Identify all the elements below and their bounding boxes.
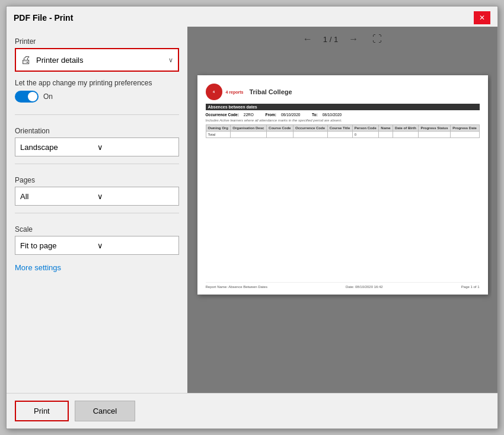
table-total-row: Total 0	[206, 132, 479, 138]
cancel-button[interactable]: Cancel	[75, 401, 135, 421]
preview-area: 4 4 reports Tribal College Absences betw…	[193, 52, 492, 387]
printer-chevron-icon: ∨	[168, 56, 173, 64]
preview-bottom-spacer	[193, 295, 492, 318]
printer-name-label: Printer details	[36, 56, 164, 65]
report-footer: Report Name: Absence Between Dates Date:…	[206, 282, 480, 289]
divider-2	[15, 164, 179, 164]
print-button[interactable]: Print	[15, 401, 69, 421]
printer-section-label: Printer	[15, 37, 179, 46]
orientation-label: Orientation	[15, 127, 179, 135]
pages-dropdown[interactable]: All ∨	[15, 187, 179, 206]
col-owning-org: Owning Org	[206, 125, 231, 132]
col-occurrence-code: Occurrence Code	[293, 125, 327, 132]
scale-value: Fit to page	[20, 241, 97, 250]
orientation-value: Landscape	[20, 143, 97, 152]
preview-toolbar: ← 1 / 1 → ⛶	[299, 33, 385, 46]
divider-1	[15, 114, 179, 115]
dialog-title: PDF File - Print	[14, 13, 73, 23]
bottom-bar: Print Cancel	[7, 393, 497, 428]
more-settings-link[interactable]: More settings	[15, 263, 179, 272]
col-course-title: Course Title	[327, 125, 352, 132]
divider-3	[15, 213, 179, 213]
footer-left: Report Name: Absence Between Dates	[206, 285, 267, 289]
to-label: To:	[312, 113, 318, 117]
report-occurrence-row: Occurrence Code: 22RO From: 06/10/2020 T…	[206, 111, 480, 118]
occurrence-value: 22RO	[244, 113, 254, 117]
col-dob: Date of Birth	[393, 125, 419, 132]
scale-chevron-icon: ∨	[97, 241, 174, 250]
printing-pref-toggle[interactable]	[15, 91, 39, 103]
prev-page-button[interactable]: ←	[299, 33, 316, 46]
total-label: Total	[206, 132, 231, 138]
pages-chevron-icon: ∨	[97, 192, 174, 201]
pages-value: All	[20, 192, 97, 201]
from-label: From:	[265, 113, 276, 117]
report-section-title: Absences between dates	[206, 104, 480, 110]
col-person-code: Person Code	[352, 125, 379, 132]
preview-top-spacer	[193, 52, 492, 75]
from-value: 06/10/2020	[281, 113, 301, 117]
scale-dropdown[interactable]: Fit to page ∨	[15, 236, 179, 255]
pref-label: Let the app change my printing preferenc…	[15, 79, 179, 87]
report-header: 4 4 reports Tribal College	[206, 84, 480, 100]
scale-label: Scale	[15, 225, 179, 234]
report-note: Includes Active learners where all atten…	[206, 119, 480, 122]
next-page-button[interactable]: →	[345, 33, 362, 46]
col-course-code: Course Code	[267, 125, 294, 132]
printer-dropdown[interactable]: 🖨 Printer details ∨	[15, 48, 179, 72]
table-header-row: Owning Org Organisation Desc Course Code…	[206, 125, 479, 132]
footer-right: Page 1 of 1	[461, 285, 480, 289]
title-bar: PDF File - Print ✕	[7, 7, 497, 27]
report-content: Absences between dates Occurrence Code: …	[206, 104, 480, 282]
col-name: Name	[379, 125, 393, 132]
col-progress-status: Progress Status	[419, 125, 451, 132]
page-indicator: 1 / 1	[323, 35, 338, 44]
close-button[interactable]: ✕	[474, 11, 490, 24]
right-panel: ← 1 / 1 → ⛶ 4 4 reports Tribal College	[187, 27, 497, 393]
footer-center: Date: 08/10/2020 16:42	[346, 285, 383, 289]
preview-page: 4 4 reports Tribal College Absences betw…	[197, 75, 488, 295]
report-table: Owning Org Organisation Desc Course Code…	[206, 124, 480, 138]
print-dialog: PDF File - Print ✕ Printer 🖨 Printer det…	[6, 6, 498, 429]
report-logo-text: 4 reports	[226, 90, 244, 94]
pages-label: Pages	[15, 176, 179, 184]
to-value: 08/10/2020	[323, 113, 342, 117]
printer-icon: 🖨	[21, 54, 31, 66]
orientation-chevron-icon: ∨	[97, 143, 174, 152]
occurrence-label: Occurrence Code:	[206, 113, 239, 117]
report-logo: 4	[206, 84, 222, 100]
orientation-dropdown[interactable]: Landscape ∨	[15, 137, 179, 156]
toggle-row: On	[15, 91, 179, 103]
col-progress-date: Progress Date	[451, 125, 479, 132]
toggle-state-label: On	[43, 92, 53, 101]
expand-preview-button[interactable]: ⛶	[369, 33, 385, 46]
col-org-desc: Organisation Desc	[231, 125, 267, 132]
left-panel: Printer 🖨 Printer details ∨ Let the app …	[7, 27, 187, 393]
report-org-name: Tribal College	[249, 88, 292, 95]
dialog-body: Printer 🖨 Printer details ∨ Let the app …	[7, 27, 497, 393]
